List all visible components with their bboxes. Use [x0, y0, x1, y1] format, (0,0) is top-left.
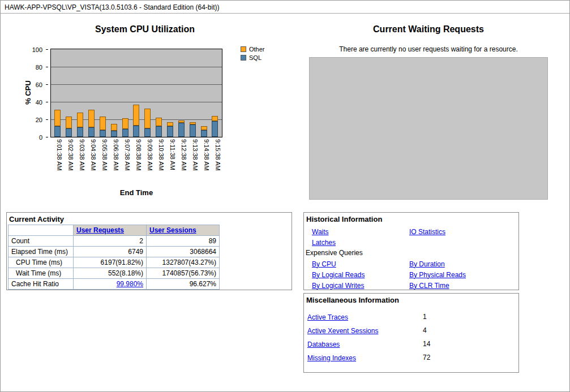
sql-segment	[54, 126, 61, 137]
user-sessions-column-link[interactable]: User Sessions	[149, 226, 196, 234]
link-by-logical-reads[interactable]: By Logical Reads	[312, 271, 365, 279]
performance-dashboard: HAWK-APP-VPSQL\VP_VISTA(13.0.5103.6 - St…	[0, 0, 570, 392]
link-by-clr-time[interactable]: By CLR Time	[409, 282, 449, 290]
x-tick-label: 9:10:38 AM	[153, 139, 165, 186]
y-tick-label: 0	[28, 134, 42, 141]
historical-col1: Latches	[304, 237, 409, 247]
cpu-bar	[190, 122, 196, 137]
cpu-chart-xlabel: End Time	[50, 188, 222, 197]
link-latches[interactable]: Latches	[312, 239, 336, 247]
cpu-chart-title: System CPU Utilization	[32, 24, 258, 35]
historical-col2: By CLR Time	[409, 280, 518, 290]
y-tick-mark	[46, 84, 48, 85]
historical-row: WaitsIO Statistics	[304, 226, 518, 236]
other-segment	[111, 124, 117, 131]
y-tick-label: 20	[28, 117, 42, 123]
misc-list: Active Traces1Active Xevent Sessions4Dat…	[304, 305, 518, 364]
sql-segment	[133, 126, 139, 137]
link-by-duration[interactable]: By Duration	[409, 260, 445, 268]
link-io-statistics[interactable]: IO Statistics	[409, 228, 445, 236]
link-by-physical-reads[interactable]: By Physical Reads	[409, 271, 466, 279]
link-active-xevent-sessions[interactable]: Active Xevent Sessions	[307, 327, 378, 335]
row-label: Count	[8, 236, 74, 247]
cpu-bar	[178, 120, 185, 137]
sql-segment	[100, 130, 106, 137]
misc-item-label: Active Xevent Sessions	[307, 325, 423, 335]
cpu-chart-legend: OtherSQL	[241, 46, 265, 61]
link-by-cpu[interactable]: By CPU	[312, 260, 336, 268]
misc-item-label: Missing Indexes	[307, 352, 423, 363]
row-label: CPU Time (ms)	[8, 257, 74, 268]
sql-legend-swatch	[241, 55, 246, 61]
other-segment	[66, 117, 72, 128]
legend-item: SQL	[241, 54, 265, 61]
cpu-bar	[111, 124, 117, 137]
table-row: Wait Time (ms)552(8.18%)1740857(56.73%)	[8, 268, 220, 279]
misc-item-label: Databases	[307, 339, 423, 349]
y-tick-mark	[46, 67, 48, 67]
user-sessions-value: 3068664	[147, 247, 220, 257]
user-requests-value: 6749	[74, 247, 147, 257]
cache-hit-ratio-link[interactable]: 99.980%	[117, 280, 143, 288]
legend-item: Other	[241, 46, 265, 53]
sql-segment	[88, 127, 95, 137]
link-databases[interactable]: Databases	[307, 341, 340, 348]
misc-item: Active Xevent Sessions4	[304, 324, 518, 337]
user-requests-value: 2	[74, 236, 147, 247]
table-header-row: User Requests User Sessions	[8, 225, 220, 236]
link-by-logical-writes[interactable]: By Logical Writes	[312, 282, 364, 290]
x-tick-label: 9:13:38 AM	[187, 139, 199, 186]
historical-information-panel: Historical Information WaitsIO Statistic…	[303, 212, 519, 290]
x-tick-label: 9:05:38 AM	[97, 139, 108, 186]
row-label: Wait Time (ms)	[8, 268, 74, 279]
y-tick-label: 80	[28, 64, 42, 71]
historical-row: By CPUBy Duration	[304, 258, 518, 269]
sql-segment	[212, 121, 218, 137]
cpu-bar	[212, 116, 218, 137]
sql-segment	[122, 129, 128, 137]
cpu-bar	[201, 126, 207, 137]
historical-col1: By Logical Reads	[304, 269, 409, 279]
x-tick-label: 9:04:38 AM	[85, 139, 97, 186]
x-tick-label: 9:09:38 AM	[142, 139, 153, 186]
historical-col2: By Duration	[409, 259, 518, 269]
misc-item-value: 1	[423, 313, 427, 321]
cpu-bar	[167, 122, 173, 137]
link-active-traces[interactable]: Active Traces	[307, 313, 348, 321]
misc-item-label: Active Traces	[307, 312, 423, 322]
user-requests-value: 552(8.18%)	[74, 268, 147, 279]
cpu-chart-xlabels: 9:01:38 AM9:02:38 AM9:03:38 AM9:04:38 AM…	[50, 139, 222, 186]
x-tick-label: 9:06:38 AM	[108, 139, 119, 186]
y-tick-mark	[46, 102, 48, 102]
link-waits[interactable]: Waits	[312, 228, 329, 236]
other-segment	[156, 118, 162, 127]
link-missing-indexes[interactable]: Missing Indexes	[307, 354, 356, 362]
current-activity-table: User Requests User Sessions Count289Elap…	[8, 225, 220, 290]
x-tick-label: 9:15:38 AM	[210, 139, 221, 186]
sql-segment	[201, 130, 207, 137]
waiting-requests-message: There are currently no user requests wai…	[303, 45, 554, 53]
other-segment	[88, 110, 95, 127]
user-requests-header-cell: User Requests	[74, 225, 147, 236]
current-activity-panel: Current Activity User Requests User Sess…	[6, 212, 292, 290]
historical-col1: Waits	[304, 226, 409, 236]
miscellaneous-information-panel: Miscellaneous Information Active Traces1…	[303, 293, 519, 373]
user-sessions-value: 96.627%	[147, 279, 220, 290]
table-row: Cache Hit Ratio99.980%96.627%	[8, 279, 220, 290]
historical-col1: By CPU	[304, 259, 409, 269]
x-tick-label: 9:07:38 AM	[119, 139, 131, 186]
historical-col2: IO Statistics	[409, 226, 518, 236]
cpu-bar	[77, 113, 83, 137]
y-tick-label: 40	[28, 99, 42, 106]
sql-segment	[77, 127, 83, 137]
misc-item: Active Traces1	[304, 310, 518, 324]
table-row: Elapsed Time (ms)67493068664	[8, 247, 220, 257]
cpu-bars	[51, 49, 222, 137]
user-requests-column-link[interactable]: User Requests	[76, 226, 124, 234]
y-tick-mark	[46, 49, 48, 50]
miscellaneous-information-title: Miscellaneous Information	[304, 294, 518, 305]
header-divider	[1, 13, 569, 14]
other-segment	[77, 113, 83, 127]
y-tick-mark	[46, 119, 48, 120]
cpu-bar	[144, 109, 151, 137]
